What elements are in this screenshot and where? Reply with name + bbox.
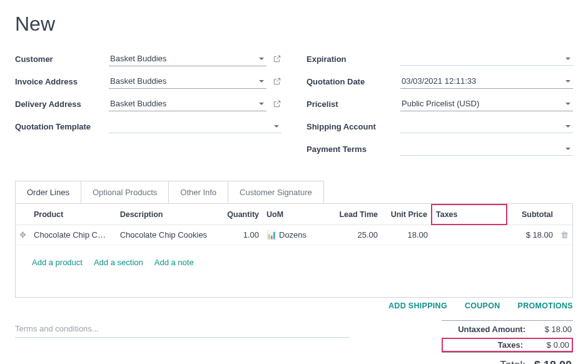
expiration-field[interactable] xyxy=(400,52,573,66)
invoice-address-value[interactable]: Basket Buddies xyxy=(109,74,266,89)
cell-uom-text: Dozens xyxy=(279,230,307,240)
taxes-total-label: Taxes: xyxy=(445,340,523,350)
customer-label: Customer xyxy=(15,54,109,64)
add-section-link[interactable]: Add a section xyxy=(94,258,143,267)
tabs: Order Lines Optional Products Other Info… xyxy=(15,181,324,203)
add-product-link[interactable]: Add a product xyxy=(32,258,83,267)
form-column-left: Customer Basket Buddies Invoice Address … xyxy=(15,51,281,163)
customer-dropdown[interactable]: Basket Buddies xyxy=(109,51,266,66)
chart-icon: 📊 xyxy=(266,230,276,240)
drag-handle-icon[interactable]: ✥ xyxy=(16,225,30,245)
th-product: Product xyxy=(30,205,116,225)
total-value: $ 18.00 xyxy=(534,359,572,365)
th-unit-price: Unit Price xyxy=(382,205,432,225)
quotation-date-label: Quotation Date xyxy=(307,77,400,86)
delivery-address-value[interactable]: Basket Buddies xyxy=(109,96,266,111)
untaxed-amount-value: $ 18.00 xyxy=(534,325,572,334)
shipping-account-label: Shipping Account xyxy=(307,122,400,131)
payment-terms-field[interactable] xyxy=(400,142,573,156)
form-column-right: Expiration Quotation Date 03/03/2021 12:… xyxy=(307,51,573,163)
cell-quantity[interactable]: 1.00 xyxy=(219,225,263,245)
terms-input[interactable]: Terms and conditions... xyxy=(15,320,350,338)
cell-uom[interactable]: 📊Dozens xyxy=(263,225,325,245)
invoice-address-label: Invoice Address xyxy=(15,77,109,86)
add-note-link[interactable]: Add a note xyxy=(155,258,194,267)
taxes-total-value: $ 0.00 xyxy=(532,340,569,350)
quotation-template-label: Quotation Template xyxy=(15,122,109,131)
quotation-template-dropdown[interactable] xyxy=(109,119,281,133)
pricelist-value[interactable]: Public Pricelist (USD) xyxy=(400,96,573,111)
cell-unit-price[interactable]: 18.00 xyxy=(382,225,432,245)
expiration-label: Expiration xyxy=(307,54,400,64)
th-subtotal: Subtotal xyxy=(507,205,557,225)
quotation-date-value[interactable]: 03/03/2021 12:11:33 xyxy=(400,74,573,89)
shipping-account-field[interactable] xyxy=(400,119,573,133)
payment-terms-label: Payment Terms xyxy=(307,144,400,154)
cell-description[interactable]: Chocolate Chip Cookies xyxy=(116,225,219,245)
cell-subtotal: $ 18.00 xyxy=(507,225,557,245)
totals-panel: Untaxed Amount: $ 18.00 Taxes: $ 0.00 To… xyxy=(442,320,573,365)
cell-taxes[interactable] xyxy=(432,225,507,245)
external-link-icon[interactable] xyxy=(273,77,281,86)
untaxed-amount-label: Untaxed Amount: xyxy=(443,325,525,334)
external-link-icon[interactable] xyxy=(273,54,281,63)
tab-other-info[interactable]: Other Info xyxy=(169,181,228,203)
tab-order-lines[interactable]: Order Lines xyxy=(16,181,81,203)
tab-customer-signature[interactable]: Customer Signature xyxy=(228,181,323,203)
promotions-button[interactable]: PROMOTIONS xyxy=(518,301,573,310)
cell-lead-time[interactable]: 25.00 xyxy=(325,225,382,245)
table-row[interactable]: ✥ Chocolate Chip C… Chocolate Chip Cooki… xyxy=(16,225,572,245)
th-lead-time: Lead Time xyxy=(325,205,382,225)
page-title: New xyxy=(15,13,573,36)
invoice-address-dropdown[interactable]: Basket Buddies xyxy=(109,74,266,89)
quotation-template-value[interactable] xyxy=(109,119,281,133)
coupon-button[interactable]: COUPON xyxy=(465,301,500,310)
delivery-address-label: Delivery Address xyxy=(15,99,109,109)
add-shipping-button[interactable]: ADD SHIPPING xyxy=(388,301,447,310)
external-link-icon[interactable] xyxy=(273,99,281,108)
customer-value[interactable]: Basket Buddies xyxy=(109,51,266,66)
quotation-date-field[interactable]: 03/03/2021 12:11:33 xyxy=(400,74,573,89)
th-uom: UoM xyxy=(263,205,325,225)
pricelist-dropdown[interactable]: Public Pricelist (USD) xyxy=(400,96,573,111)
pricelist-label: Pricelist xyxy=(307,99,400,109)
th-quantity: Quantity xyxy=(219,205,263,225)
trash-icon[interactable]: 🗑 xyxy=(557,225,572,245)
order-lines-table: Product Description Quantity UoM Lead Ti… xyxy=(16,204,572,297)
cell-product[interactable]: Chocolate Chip C… xyxy=(30,225,116,245)
th-taxes: Taxes xyxy=(432,205,507,225)
delivery-address-dropdown[interactable]: Basket Buddies xyxy=(109,96,266,111)
tab-optional-products[interactable]: Optional Products xyxy=(81,181,169,203)
th-description: Description xyxy=(116,205,219,225)
total-label: Total: xyxy=(443,359,525,365)
